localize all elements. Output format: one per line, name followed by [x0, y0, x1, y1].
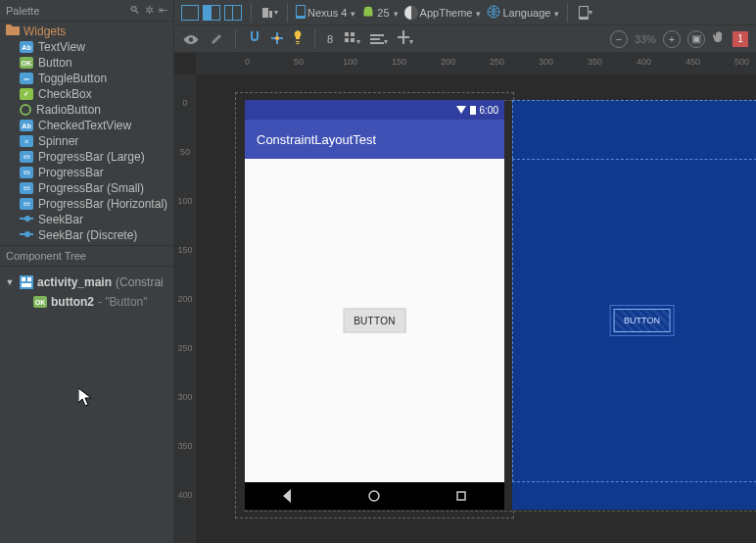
svg-rect-6 — [27, 277, 31, 281]
nav-home-icon — [367, 489, 381, 503]
widget-icon: OK — [20, 57, 33, 69]
seekbar-icon — [20, 228, 33, 242]
widget-item[interactable]: RadioButton — [0, 102, 173, 118]
svg-rect-23 — [470, 106, 476, 115]
widget-label: ProgressBar (Small) — [38, 181, 144, 195]
pack-icon[interactable]: ▾ — [343, 30, 360, 47]
view-options-icon[interactable] — [182, 31, 200, 47]
svg-rect-19 — [370, 38, 380, 40]
widget-label: ToggleButton — [38, 72, 107, 85]
magic-wand-icon[interactable] — [210, 30, 223, 47]
widget-icon: Ab — [20, 120, 33, 131]
autoconnect-icon[interactable] — [248, 30, 261, 47]
svg-rect-12 — [580, 7, 588, 17]
zoom-fit-button[interactable]: ▣ — [687, 30, 705, 48]
status-bar: 6:00 — [245, 100, 504, 120]
theme-selector[interactable]: AppTheme — [404, 6, 482, 20]
palette-expand-icon[interactable]: ⇤ — [159, 4, 167, 17]
svg-rect-14 — [345, 32, 349, 36]
widget-label: SeekBar (Discrete) — [38, 228, 137, 242]
view-split-icon[interactable] — [202, 3, 221, 23]
widget-item[interactable]: SeekBar (Discrete) — [0, 227, 173, 243]
device-selector[interactable]: Nexus 4 — [296, 5, 355, 21]
tree-root-name: activity_main — [37, 275, 112, 289]
widget-item[interactable]: ▭ProgressBar (Small) — [0, 180, 173, 196]
theme-icon — [404, 6, 418, 20]
widget-icon: ═ — [20, 73, 33, 84]
error-badge[interactable]: 1 — [732, 31, 748, 47]
api-selector[interactable]: 25 — [361, 6, 398, 20]
app-body[interactable]: BUTTON — [245, 159, 504, 482]
default-margin[interactable]: 8 — [327, 33, 333, 45]
language-selector[interactable]: Language — [487, 5, 559, 21]
globe-icon — [487, 5, 500, 21]
widget-label: TextView — [38, 40, 85, 54]
button-icon: OK — [33, 296, 47, 308]
blueprint-body[interactable]: BUTTON — [512, 159, 756, 482]
svg-rect-17 — [351, 38, 354, 42]
tree-root-row[interactable]: ▼ activity_main (Constrai — [4, 272, 169, 292]
language-label: Language — [502, 7, 550, 19]
orientation-icon[interactable]: ▾ — [260, 3, 279, 23]
pan-icon[interactable] — [712, 30, 726, 47]
palette-settings-icon[interactable]: ✲ — [145, 4, 154, 17]
widget-icon: ✓ — [20, 88, 33, 100]
widget-item[interactable]: ▭ProgressBar (Large) — [0, 149, 173, 165]
widget-item[interactable]: ═ToggleButton — [0, 71, 173, 86]
view-design-icon[interactable] — [180, 3, 200, 23]
widget-item[interactable]: AbTextView — [0, 39, 173, 55]
device-preview[interactable]: 6:00 ConstraintLayoutTest BUTTON — [245, 100, 504, 510]
svg-rect-15 — [351, 32, 354, 36]
svg-rect-7 — [22, 283, 31, 287]
guideline-icon[interactable]: ▾ — [398, 30, 413, 47]
folder-icon — [6, 25, 20, 38]
palette-search-icon[interactable]: 🔍︎ — [129, 4, 140, 17]
widget-label: RadioButton — [36, 103, 101, 117]
android-icon — [361, 6, 375, 20]
nav-recent-icon — [454, 489, 468, 503]
widget-item[interactable]: SeekBar — [0, 212, 173, 227]
tree-child-quote: - "Button" — [98, 295, 148, 309]
widget-icon: Ab — [20, 41, 33, 53]
align-icon[interactable]: ▾ — [370, 31, 388, 47]
zoom-level[interactable]: 33% — [635, 33, 656, 45]
widget-item[interactable]: ▭ProgressBar (Horizontal) — [0, 196, 173, 212]
svg-rect-5 — [22, 277, 25, 281]
widget-item[interactable]: OKButton — [0, 55, 173, 71]
status-time: 6:00 — [480, 105, 498, 116]
nav-back-icon — [281, 489, 295, 503]
svg-point-1 — [24, 216, 30, 222]
widget-item[interactable]: ✓CheckBox — [0, 86, 173, 102]
svg-rect-9 — [297, 6, 305, 16]
widget-label: Button — [38, 56, 72, 70]
widget-icon: ≡ — [20, 135, 33, 147]
view-blueprint-icon[interactable] — [223, 3, 243, 23]
blueprint-preview[interactable]: BUTTON — [512, 100, 756, 510]
variant-icon[interactable]: ▾ — [576, 3, 595, 23]
phone-icon — [296, 5, 306, 21]
tree-child-row[interactable]: OK button2 - "Button" — [4, 292, 169, 312]
blueprint-button[interactable]: BUTTON — [613, 309, 671, 332]
svg-rect-25 — [457, 492, 465, 500]
widget-label: ProgressBar (Horizontal) — [38, 197, 167, 211]
preview-button[interactable]: BUTTON — [343, 309, 406, 333]
infer-constraints-icon[interactable] — [293, 30, 303, 47]
theme-label: AppTheme — [420, 7, 473, 19]
battery-icon — [470, 106, 476, 115]
tree-root-suffix: (Constrai — [116, 275, 164, 289]
clear-constraints-icon[interactable] — [271, 31, 283, 47]
zoom-in-button[interactable]: + — [663, 30, 681, 48]
widget-label: CheckedTextView — [38, 119, 131, 132]
widget-icon: ▭ — [20, 167, 33, 178]
widget-label: CheckBox — [38, 87, 92, 101]
widget-category[interactable]: Widgets — [0, 24, 173, 39]
zoom-out-button[interactable]: − — [610, 30, 628, 48]
svg-point-13 — [275, 36, 279, 40]
radio-icon — [20, 104, 31, 116]
svg-rect-16 — [345, 38, 349, 42]
widget-item[interactable]: AbCheckedTextView — [0, 118, 173, 133]
widget-item[interactable]: ≡Spinner — [0, 133, 173, 149]
widget-item[interactable]: ▭ProgressBar — [0, 165, 173, 180]
widget-icon: ▭ — [20, 151, 33, 163]
tree-expand-icon[interactable]: ▼ — [4, 277, 16, 287]
